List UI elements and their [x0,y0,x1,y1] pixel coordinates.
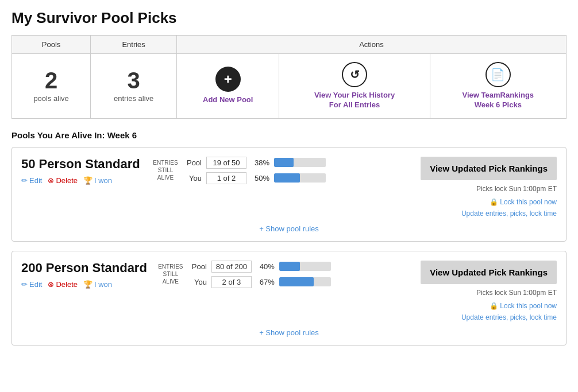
action3-cell[interactable]: 📄 View TeamRankings Week 6 Picks [430,54,566,119]
you-value-1: 2 of 3 [211,276,252,288]
delete-icon-1: ⊗ [48,280,54,289]
pool-progress-bg-0 [274,158,326,167]
entries-count: 3 [98,69,169,92]
pools-col-header: Pools [12,36,91,54]
you-progress-fill-0 [274,173,300,183]
edit-link-0[interactable]: ✏ Edit [21,176,42,185]
iwon-link-1[interactable]: 🏆 I won [83,280,112,289]
pool-name-1: 200 Person Standard [21,261,147,275]
pool-pct-0: 38% [251,158,269,167]
action2-cell[interactable]: ↺ View Your Pick History For All Entries [279,54,430,119]
pool-title-section-0: 50 Person Standard ✏ Edit ⊗ Delete 🏆 I w… [21,157,142,185]
pool-name-0: 50 Person Standard [21,157,142,172]
you-row-label-0: You [186,174,202,183]
lock-info-0: Picks lock Sun 1:00pm ET [476,184,557,195]
pool-actions-0: ✏ Edit ⊗ Delete 🏆 I won [21,176,142,185]
you-progress-bg-1 [279,277,331,286]
entries-rows-0: Pool 19 of 50 38% You 1 of 2 50% [186,157,326,184]
pool-pct-1: 40% [256,262,275,271]
lock-icon-0: 🔒 [490,198,498,206]
section-header: Pools You Are Alive In: Week 6 [11,130,567,140]
pool-row-0: Pool 19 of 50 38% [186,157,326,169]
you-progress-bg-0 [274,173,326,183]
add-pool-icon: + [215,67,241,92]
summary-table: Pools Entries Actions 2 pools alive 3 en… [11,35,567,119]
you-pct-0: 50% [251,174,269,183]
lock-info-1: Picks lock Sun 1:00pm ET [476,288,557,298]
pools-label: pools alive [19,94,83,103]
entries-rows-1: Pool 80 of 200 40% You 2 of 3 67% [191,261,331,288]
entries-count-cell: 3 entries alive [91,54,177,119]
history-icon: ↺ [342,62,367,87]
lock-link-1[interactable]: 🔒 Lock this pool now [490,302,557,310]
you-pct-1: 67% [256,278,275,286]
update-link-1[interactable]: Update entries, picks, lock time [461,313,557,321]
pool-progress-fill-1 [279,262,300,271]
show-rules-0[interactable]: + Show pool rules [21,218,557,241]
delete-link-1[interactable]: ⊗ Delete [48,280,78,289]
entries-col-header: Entries [91,36,177,54]
view-rankings-btn-1[interactable]: View Updated Pick Rankings [421,261,557,284]
delete-icon-0: ⊗ [48,176,54,185]
action1-cell[interactable]: + Add New Pool [177,54,279,119]
update-link-0[interactable]: Update entries, picks, lock time [461,209,557,218]
you-row-0: You 1 of 2 50% [186,172,326,184]
pool-title-section-1: 200 Person Standard ✏ Edit ⊗ Delete 🏆 I … [21,261,147,289]
pools-count: 2 [19,69,83,92]
entries-block-0: ENTRIESSTILLALIVE Pool 19 of 50 38% You … [151,157,411,184]
add-new-pool-label[interactable]: Add New Pool [184,95,272,105]
pool-value-1: 80 of 200 [211,261,252,273]
pool-row-1: Pool 80 of 200 40% [191,261,331,273]
entries-still-alive-label-0: ENTRIESSTILLALIVE [151,159,180,181]
pick-history-label[interactable]: View Your Pick History For All Entries [286,91,422,110]
lock-link-0[interactable]: 🔒 Lock this pool now [490,198,557,206]
lock-icon-1: 🔒 [490,302,498,310]
edit-link-1[interactable]: ✏ Edit [21,280,42,289]
you-value-0: 1 of 2 [206,172,246,184]
entries-still-alive-label-1: ENTRIESSTILLALIVE [156,263,185,285]
you-row-1: You 2 of 3 67% [191,276,331,288]
show-rules-1[interactable]: + Show pool rules [21,321,557,345]
pool-cards-container: 50 Person Standard ✏ Edit ⊗ Delete 🏆 I w… [11,147,567,346]
trophy-icon-0: 🏆 [83,176,93,185]
pool-card-1: 200 Person Standard ✏ Edit ⊗ Delete 🏆 I … [11,251,567,346]
teamrankings-label[interactable]: View TeamRankings Week 6 Picks [437,91,559,110]
actions-col-header: Actions [177,36,567,54]
pool-row-label-1: Pool [191,262,207,271]
view-rankings-btn-0[interactable]: View Updated Pick Rankings [421,157,557,180]
pool-card-0: 50 Person Standard ✏ Edit ⊗ Delete 🏆 I w… [11,147,567,242]
you-progress-fill-1 [279,277,314,286]
pool-row-label-0: Pool [186,158,202,167]
pool-progress-fill-0 [274,158,294,167]
edit-icon-1: ✏ [21,280,28,289]
entries-label: entries alive [98,94,169,103]
pool-progress-bg-1 [279,262,331,271]
you-row-label-1: You [191,278,207,286]
right-block-0: View Updated Pick Rankings Picks lock Su… [421,157,557,218]
edit-icon-0: ✏ [21,176,28,185]
page-title: My Survivor Pool Picks [11,9,567,27]
entries-block-1: ENTRIESSTILLALIVE Pool 80 of 200 40% You… [156,261,411,288]
right-block-1: View Updated Pick Rankings Picks lock Su… [421,261,557,321]
delete-link-0[interactable]: ⊗ Delete [48,176,78,185]
doc-icon: 📄 [485,62,511,87]
iwon-link-0[interactable]: 🏆 I won [83,176,112,185]
pools-count-cell: 2 pools alive [12,54,91,119]
trophy-icon-1: 🏆 [83,280,93,289]
pool-actions-1: ✏ Edit ⊗ Delete 🏆 I won [21,280,147,289]
pool-value-0: 19 of 50 [206,157,246,169]
